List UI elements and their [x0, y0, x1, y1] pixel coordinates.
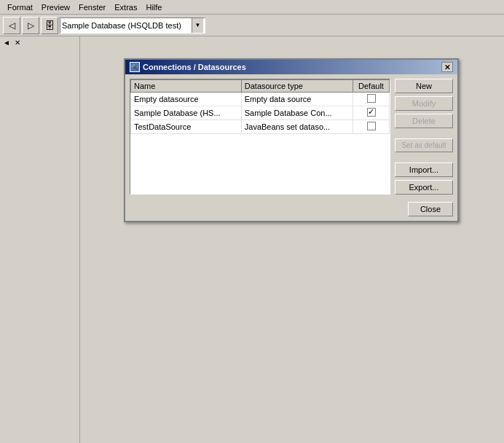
- menu-preview[interactable]: Preview: [37, 1, 74, 13]
- table-row[interactable]: Empty datasourceEmpty data source: [131, 93, 390, 106]
- delete-button[interactable]: Delete: [395, 114, 453, 128]
- dialog-title: Connections / Datasources: [143, 63, 246, 71]
- datasources-table-container: Name Datasource type Default Empty datas…: [130, 79, 390, 195]
- forward-button[interactable]: ▷: [22, 17, 39, 34]
- combo-text: Sample Database (HSQLDB test): [62, 21, 192, 30]
- export-button[interactable]: Export...: [395, 180, 453, 195]
- datasource-button[interactable]: 🗄: [41, 17, 58, 34]
- import-button[interactable]: Import...: [395, 162, 453, 177]
- dialog-body: Name Datasource type Default Empty datas…: [125, 74, 457, 199]
- table-row[interactable]: Sample Database (HS...Sample Database Co…: [131, 106, 390, 120]
- database-combo[interactable]: Sample Database (HSQLDB test) ▼: [60, 17, 205, 34]
- cell-name: Sample Database (HS...: [131, 106, 242, 120]
- back-icon: ◁: [9, 20, 15, 31]
- default-checkbox[interactable]: [367, 94, 376, 103]
- cell-name: Empty datasource: [131, 93, 242, 106]
- dialog-close-button[interactable]: ✕: [441, 62, 453, 72]
- cell-type: Empty data source: [241, 93, 353, 106]
- set-as-default-button[interactable]: Set as default: [395, 138, 453, 152]
- new-button[interactable]: New: [395, 79, 453, 93]
- cell-default: [353, 93, 390, 106]
- buttons-panel: New Modify Delete Set as default Import.…: [395, 79, 453, 195]
- table-row[interactable]: TestDataSourceJavaBeans set dataso...: [131, 120, 390, 134]
- left-panel: ◄ ✕: [0, 36, 80, 443]
- cell-default: [353, 120, 390, 134]
- col-type: Datasource type: [241, 80, 353, 93]
- panel-collapse-icon[interactable]: ◄: [1, 38, 12, 47]
- col-name: Name: [131, 80, 242, 93]
- datasource-icon: 🗄: [44, 20, 55, 31]
- panel-close-icon[interactable]: ✕: [13, 38, 22, 47]
- menu-format[interactable]: Format: [3, 1, 37, 13]
- cell-type: Sample Database Con...: [241, 106, 353, 120]
- cell-name: TestDataSource: [131, 120, 242, 134]
- cell-type: JavaBeans set dataso...: [241, 120, 353, 134]
- default-checkbox[interactable]: [367, 108, 376, 117]
- toolbar: ◁ ▷ 🗄 Sample Database (HSQLDB test) ▼: [0, 15, 504, 36]
- datasources-table: Name Datasource type Default Empty datas…: [130, 79, 390, 134]
- close-button[interactable]: Close: [408, 202, 453, 216]
- modify-button[interactable]: Modify: [395, 96, 453, 111]
- dialog-app-icon: 🔌: [130, 62, 140, 72]
- default-checkbox[interactable]: [367, 122, 376, 130]
- menu-fenster[interactable]: Fenster: [74, 1, 110, 13]
- main-area: ◄ ✕ 🔌 Connections / Datasources ✕: [0, 36, 504, 443]
- back-button[interactable]: ◁: [3, 17, 20, 34]
- menu-hilfe[interactable]: Hilfe: [141, 1, 166, 13]
- panel-toggle: ◄ ✕: [1, 38, 22, 47]
- table-header-row: Name Datasource type Default: [131, 80, 390, 93]
- col-default: Default: [353, 80, 390, 93]
- menubar: Format Preview Fenster Extras Hilfe: [0, 0, 504, 15]
- btn-spacer-2: [395, 155, 453, 160]
- forward-icon: ▷: [28, 20, 34, 31]
- content-area: 🔌 Connections / Datasources ✕ Name Datas…: [80, 36, 504, 443]
- dialog-titlebar: 🔌 Connections / Datasources ✕: [125, 60, 457, 74]
- dialog-title-left: 🔌 Connections / Datasources: [130, 62, 246, 72]
- btn-spacer-1: [395, 131, 453, 136]
- cell-default: [353, 106, 390, 120]
- menu-extras[interactable]: Extras: [110, 1, 141, 13]
- dialog-footer: Close: [125, 199, 457, 221]
- combo-arrow[interactable]: ▼: [192, 18, 203, 33]
- connections-dialog: 🔌 Connections / Datasources ✕ Name Datas…: [124, 58, 459, 222]
